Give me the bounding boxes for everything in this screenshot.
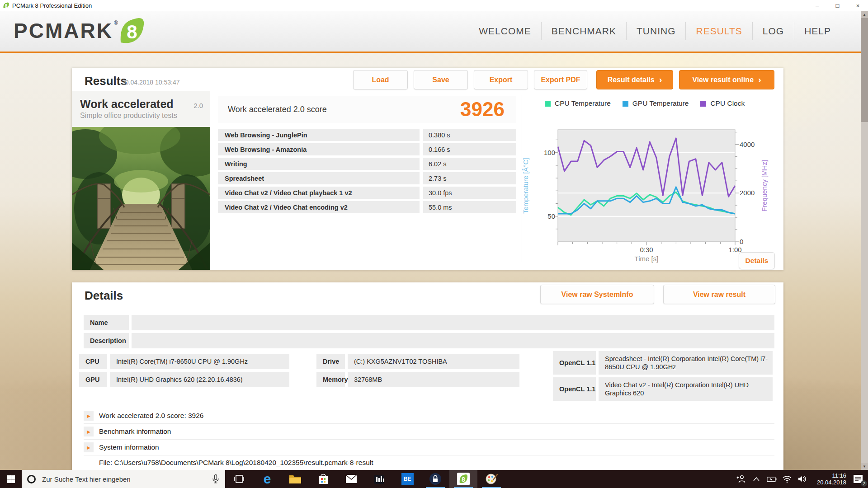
- wifi-icon: [783, 476, 792, 483]
- table-row: Writing 6.02 s: [218, 158, 516, 170]
- left-tick-50: 50: [547, 212, 555, 220]
- action-center-button[interactable]: 2: [848, 470, 868, 488]
- store-taskbar-icon[interactable]: [309, 470, 337, 488]
- svg-text:8: 8: [462, 476, 465, 483]
- chevron-up-icon: [753, 477, 760, 481]
- load-button[interactable]: Load: [353, 70, 408, 89]
- gpu-value: Intel(R) UHD Graphics 620 (22.20.16.4836…: [110, 372, 289, 387]
- store-bag-icon: [318, 473, 329, 485]
- clock[interactable]: 11:16 20.04.2018: [810, 472, 848, 486]
- cpu-clock-swatch: [700, 101, 706, 107]
- right-axis-title: Frequency [MHz]: [760, 160, 768, 211]
- scrollbar-thumb[interactable]: [861, 18, 868, 122]
- clock-time: 11:16: [810, 472, 846, 479]
- registered-mark: ®: [114, 20, 118, 26]
- be-app-taskbar-icon[interactable]: BE: [393, 470, 421, 488]
- main-nav: WELCOME BENCHMARK TUNING RESULTS LOG HEL…: [469, 20, 841, 42]
- people-icon: [736, 474, 745, 483]
- tray-overflow-button[interactable]: [749, 470, 764, 488]
- work-version: 2.0: [193, 102, 203, 109]
- table-row: Video Chat v2 / Video Chat encoding v2 5…: [218, 201, 516, 213]
- search-input[interactable]: Zur Suche Text hier eingeben: [22, 470, 225, 488]
- svg-text:8: 8: [127, 21, 137, 42]
- legend-item: GPU Temperature: [623, 99, 689, 108]
- lock-app-icon: [429, 473, 442, 485]
- battery-charging-icon: [767, 476, 777, 482]
- cpu-label: CPU: [79, 354, 107, 369]
- volume-tray-button[interactable]: [795, 470, 810, 488]
- left-tick-100: 100: [544, 149, 555, 156]
- expander-system-information[interactable]: ▶ System information: [84, 440, 774, 455]
- result-details-button[interactable]: Result details ›: [596, 70, 673, 89]
- paint-taskbar-icon[interactable]: [477, 470, 505, 488]
- x-tick-030: 0:30: [640, 246, 653, 253]
- gpu-label: GPU: [79, 372, 107, 387]
- wifi-tray-button[interactable]: [779, 470, 795, 488]
- expander-score[interactable]: ▶ Work accelerated 2.0 score: 3926: [84, 408, 774, 424]
- people-tray-button[interactable]: [733, 470, 749, 488]
- folder-icon: [289, 474, 302, 484]
- windows-logo-icon: [7, 475, 15, 483]
- expander-benchmark-information[interactable]: ▶ Benchmark information: [84, 424, 774, 440]
- expand-arrow-icon: ▶: [84, 442, 94, 452]
- name-value: [132, 315, 774, 330]
- security-app-taskbar-icon[interactable]: [421, 470, 449, 488]
- nav-item-log[interactable]: LOG: [752, 22, 794, 40]
- chevron-right-icon: ›: [659, 75, 662, 85]
- view-result-online-button[interactable]: View result online ›: [679, 70, 774, 89]
- left-axis-title: Temperature [Â°C]: [522, 158, 529, 214]
- clock-date: 20.04.2018: [810, 479, 846, 486]
- right-tick-4000: 4000: [740, 141, 755, 148]
- save-button[interactable]: Save: [414, 70, 468, 89]
- pcmark-logo: PCMARK ® 8: [14, 17, 145, 45]
- vertical-scrollbar[interactable]: ▲ ▼: [861, 11, 868, 470]
- opencl-label: OpenCL 1.1: [553, 377, 596, 401]
- memory-label: Memory: [316, 372, 345, 387]
- result-file-path-row: File: C:\Users\u758\Documents\PCMark 8\L…: [84, 455, 774, 470]
- results-panel: Results 20.04.2018 10:53:47 Load Save Ex…: [72, 68, 783, 270]
- notification-badge: 2: [861, 480, 867, 487]
- details-title: Details: [85, 289, 123, 303]
- speaker-icon: [798, 475, 807, 483]
- cpu-temperature-swatch: [545, 101, 551, 107]
- nav-item-help[interactable]: HELP: [794, 22, 841, 40]
- windows-taskbar: Zur Suche Text hier eingeben e: [0, 470, 868, 488]
- edge-icon: e: [264, 471, 271, 487]
- result-file-path: File: C:\Users\u758\Documents\PCMark 8\L…: [99, 459, 373, 467]
- nav-item-tuning[interactable]: TUNING: [626, 22, 686, 40]
- minimize-button[interactable]: –: [807, 0, 827, 11]
- chart-details-button[interactable]: Details: [739, 252, 775, 269]
- pcmark-logo-leaf-icon: 8: [119, 17, 145, 45]
- start-button[interactable]: [0, 470, 22, 488]
- mail-taskbar-icon[interactable]: [337, 470, 365, 488]
- nav-item-welcome[interactable]: WELCOME: [469, 22, 541, 40]
- result-timestamp: 20.04.2018 10:53:47: [122, 79, 179, 86]
- export-button[interactable]: Export: [474, 70, 528, 89]
- scroll-down-arrow[interactable]: ▼: [861, 463, 868, 470]
- nav-item-benchmark[interactable]: BENCHMARK: [541, 22, 626, 40]
- nav-item-results[interactable]: RESULTS: [685, 22, 752, 40]
- view-raw-result-button[interactable]: View raw result: [663, 285, 775, 304]
- export-pdf-button[interactable]: Export PDF: [534, 70, 587, 89]
- view-raw-systeminfo-button[interactable]: View raw SystemInfo: [540, 285, 654, 304]
- pcmark-window-icon: 8: [3, 2, 9, 9]
- microphone-icon[interactable]: [212, 474, 219, 483]
- file-explorer-taskbar-icon[interactable]: [281, 470, 309, 488]
- opencl-value: Video Chat v2 - Intel(R) Corporation Int…: [599, 377, 773, 401]
- edge-taskbar-icon[interactable]: e: [253, 470, 281, 488]
- maximize-button[interactable]: □: [827, 0, 848, 11]
- pcmark-app-icon: 8: [457, 473, 470, 485]
- scroll-up-arrow[interactable]: ▲: [861, 11, 868, 18]
- table-row: Spreadsheet 2.73 s: [218, 172, 516, 184]
- tuner-app-taskbar-icon[interactable]: [365, 470, 393, 488]
- table-row: Web Browsing - Amazonia 0.166 s: [218, 143, 516, 155]
- battery-tray-button[interactable]: [764, 470, 779, 488]
- metric-table: Web Browsing - JunglePin 0.380 s Web Bro…: [218, 129, 516, 213]
- legend-item: CPU Temperature: [545, 99, 611, 108]
- task-view-button[interactable]: [225, 470, 253, 488]
- gpu-temperature-swatch: [623, 101, 628, 107]
- pcmark-taskbar-icon[interactable]: 8: [449, 470, 477, 488]
- system-tray: 11:16 20.04.2018 2: [733, 470, 868, 488]
- close-button[interactable]: ×: [848, 0, 868, 11]
- score-row: Work accelerated 2.0 score 3926: [218, 96, 516, 123]
